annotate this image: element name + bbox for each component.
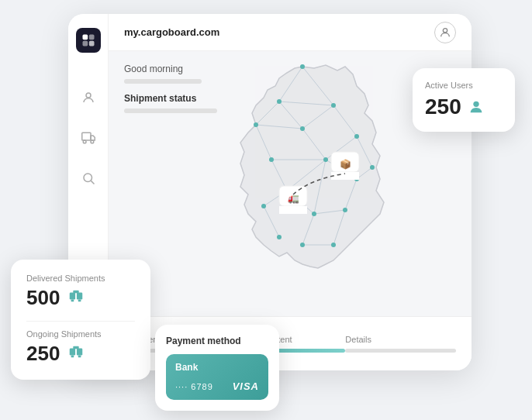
svg-rect-73 [78,356,81,358]
svg-rect-2 [82,41,88,46]
svg-rect-3 [88,41,94,46]
topbar-user-button[interactable] [434,22,456,43]
active-users-value: 250 [425,95,503,119]
active-users-label: Active Users [425,81,503,90]
ongoing-icon [67,343,85,364]
svg-point-49 [261,204,266,208]
svg-rect-66 [74,291,79,294]
svg-point-44 [269,157,274,162]
svg-point-63 [473,102,478,107]
topbar: my.cargoboard.com [109,14,472,51]
svg-point-41 [254,122,258,127]
active-users-icon [468,98,485,115]
svg-point-46 [370,165,375,170]
svg-point-54 [331,243,336,247]
info-section: Good morning Shipment status [124,64,217,113]
active-users-card: Active Users 250 [413,68,515,132]
svg-marker-11 [240,65,384,268]
delivered-value: 500 [26,286,135,310]
svg-point-7 [91,140,94,143]
svg-rect-1 [88,35,94,40]
svg-rect-5 [81,133,90,140]
svg-point-50 [312,212,316,216]
col-bar-details [345,349,456,353]
svg-point-8 [84,174,92,182]
svg-point-4 [86,93,91,98]
delivered-number: 500 [26,286,60,310]
svg-point-39 [331,103,336,108]
svg-text:📦: 📦 [340,158,351,170]
svg-point-6 [83,140,86,143]
sidebar-nav [76,85,101,191]
shipment-status-label: Shipment status [124,93,217,104]
sidebar-item-truck[interactable] [76,126,101,150]
delivered-icon [67,287,85,308]
logo[interactable] [76,28,101,53]
sidebar-item-search[interactable] [76,166,101,191]
sidebar-item-user[interactable] [76,85,101,110]
card-number: ···· 6789 [175,382,213,391]
payment-card: Payment method Bank ···· 6789 VISA [155,325,279,411]
svg-rect-70 [77,348,82,355]
greeting-bar [124,79,202,84]
svg-point-40 [277,99,282,104]
card-divider [26,321,135,322]
bank-card[interactable]: Bank ···· 6789 VISA [166,354,268,400]
svg-point-38 [300,64,305,69]
col-label-details: Details [345,335,456,344]
svg-rect-67 [71,300,74,302]
svg-rect-72 [71,356,74,358]
svg-point-52 [277,235,282,239]
card-brand: VISA [233,380,259,392]
active-users-number: 250 [425,95,461,119]
topbar-title: my.cargoboard.com [124,26,425,38]
svg-rect-69 [70,348,75,355]
svg-rect-65 [77,292,82,299]
ongoing-value: 250 [26,342,135,366]
svg-point-10 [443,28,447,32]
svg-rect-64 [70,292,75,299]
svg-rect-68 [78,300,81,302]
ongoing-number: 250 [26,342,60,366]
delivered-label: Delivered Shipments [26,274,135,283]
table-col-details: Details [345,335,456,353]
greeting-text: Good morning [124,64,217,74]
bank-card-bottom: ···· 6789 VISA [175,380,259,392]
bank-card-label: Bank [175,362,259,373]
payment-title: Payment method [166,336,268,346]
svg-point-43 [300,126,305,131]
svg-rect-71 [74,346,79,349]
svg-point-42 [354,134,359,139]
shipment-status-bar [124,108,217,113]
svg-line-9 [91,181,94,184]
shipments-card: Delivered Shipments 500 Ongoing Shipment… [11,260,150,380]
svg-point-51 [343,208,347,212]
svg-point-53 [300,243,305,247]
svg-rect-0 [82,35,88,40]
germany-map: 🚛 📦 [178,59,442,322]
svg-point-45 [323,157,328,162]
ongoing-label: Ongoing Shipments [26,329,135,339]
